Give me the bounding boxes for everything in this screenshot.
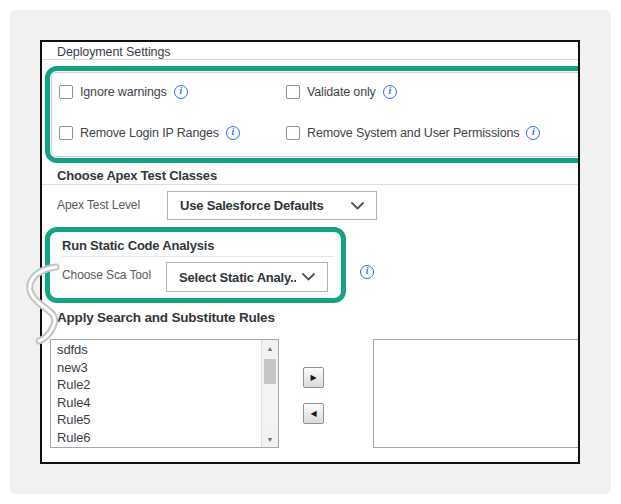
checkbox[interactable] (286, 126, 300, 140)
info-icon[interactable]: i (174, 85, 188, 99)
checkbox[interactable] (59, 126, 73, 140)
info-icon[interactable]: i (360, 265, 374, 279)
selected-rules-listbox[interactable] (373, 339, 580, 448)
list-item[interactable]: new3 (51, 359, 261, 377)
scrollbar-thumb[interactable] (264, 359, 276, 384)
checkbox-item-validate-only[interactable]: Validate only i (286, 85, 540, 99)
panel-title: Deployment Settings (57, 45, 170, 59)
checkbox-item-remove-system-user-permissions[interactable]: Remove System and User Permissions i (286, 126, 540, 140)
checkbox-label: Ignore warnings (80, 85, 167, 99)
section-divider (62, 256, 334, 257)
checkbox-item-ignore-warnings[interactable]: Ignore warnings i (59, 85, 286, 99)
list-item[interactable]: sdfds (51, 341, 261, 359)
list-item[interactable]: Rule2 (51, 376, 261, 394)
deployment-settings-panel: Deployment Settings Ignore warnings i Va… (40, 40, 580, 464)
chevron-down-icon (302, 273, 315, 281)
dropdown-value: Select Static Analy.. (179, 270, 296, 285)
sca-tool-dropdown[interactable]: Select Static Analy.. (166, 262, 328, 292)
checkbox[interactable] (286, 85, 300, 99)
available-rules-list: sdfds new3 Rule2 Rule4 Rule5 Rule6 (51, 341, 261, 447)
section-heading-search-substitute-rules: Apply Search and Substitute Rules (57, 310, 275, 325)
section-heading-static-code-analysis: Run Static Code Analysis (62, 238, 214, 253)
dropdown-value: Use Salesforce Defaults (180, 198, 324, 213)
info-icon[interactable]: i (526, 126, 540, 140)
list-item[interactable]: Rule4 (51, 394, 261, 412)
listbox-scrollbar[interactable]: ▲ ▼ (261, 340, 278, 447)
checkbox-label: Validate only (307, 85, 376, 99)
scroll-down-icon[interactable]: ▼ (262, 431, 278, 447)
checkbox[interactable] (59, 85, 73, 99)
info-icon[interactable]: i (383, 85, 397, 99)
info-icon[interactable]: i (226, 126, 240, 140)
section-divider (42, 184, 578, 185)
apex-test-level-dropdown[interactable]: Use Salesforce Defaults (167, 191, 377, 220)
deployment-options-group: Ignore warnings i Validate only i Remove… (59, 85, 540, 140)
available-rules-listbox[interactable]: sdfds new3 Rule2 Rule4 Rule5 Rule6 ▲ ▼ (50, 339, 279, 448)
checkbox-item-remove-login-ip-ranges[interactable]: Remove Login IP Ranges i (59, 126, 286, 140)
list-item[interactable]: Rule6 (51, 429, 261, 447)
title-divider (42, 59, 578, 60)
checkbox-label: Remove System and User Permissions (307, 126, 519, 140)
move-right-button[interactable]: ▶ (303, 367, 324, 388)
move-left-button[interactable]: ◀ (303, 403, 324, 424)
apex-test-level-label: Apex Test Level (57, 198, 140, 212)
list-item[interactable]: Rule5 (51, 411, 261, 429)
chevron-down-icon (351, 202, 364, 210)
screenshot-canvas: Deployment Settings Ignore warnings i Va… (0, 0, 621, 504)
section-heading-apex-test-classes: Choose Apex Test Classes (57, 168, 217, 183)
choose-sca-tool-label: Choose Sca Tool (62, 268, 151, 282)
scroll-up-icon[interactable]: ▲ (262, 340, 278, 356)
checkbox-label: Remove Login IP Ranges (80, 126, 219, 140)
